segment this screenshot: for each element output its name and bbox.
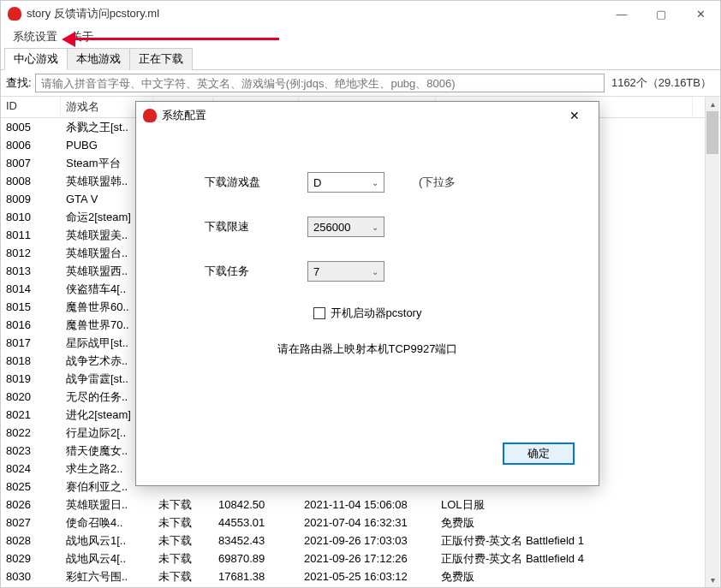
app-icon [8,7,21,21]
tab-bar: 中心游戏 本地游戏 正在下载 [1,47,720,70]
chevron-down-icon: ⌄ [372,178,378,187]
disk-hint: (下拉多 [419,175,456,190]
autostart-checkbox[interactable] [313,307,325,319]
cell-id: 8010 [1,209,61,225]
cell-size: 17681.38 [213,568,299,585]
tasks-value: 7 [313,265,319,278]
cell-id: 8011 [1,227,61,243]
cell-name: 战地风云4[.. [61,549,153,568]
result-count: 1162个（29.16TB） [608,75,715,91]
router-hint: 请在路由器上映射本机TCP9927端口 [188,342,547,357]
cell-stat: 未下载 [153,496,213,514]
disk-label: 下载游戏盘 [188,175,307,190]
cell-id: 8005 [1,119,61,135]
speed-value: 256000 [313,221,350,234]
window-controls: — ▢ ✕ [602,1,720,27]
cell-size: 10842.50 [213,496,299,513]
cell-stat: 未下载 [153,549,213,568]
cell-time: 2021-09-26 17:12:26 [299,550,436,567]
tab-downloading[interactable]: 正在下载 [129,48,193,70]
disk-value: D [313,176,321,189]
cell-id: 8007 [1,155,61,171]
cell-size: 83452.43 [213,532,299,549]
col-id[interactable]: ID [1,97,61,117]
cell-id: 8028 [1,532,61,549]
cell-note: 正版付费-英文名 Battlefield 1 [436,532,693,550]
dialog-icon [143,109,157,122]
maximize-button[interactable]: ▢ [641,1,681,27]
cell-id: 8031 [1,586,61,587]
tab-center-games[interactable]: 中心游戏 [4,48,68,70]
cell-name: 使命召唤4.. [61,514,153,532]
dialog-titlebar: 系统配置 ✕ [136,102,599,129]
cell-size: 17673.06 [213,586,299,587]
ok-button[interactable]: 确定 [503,442,575,465]
cell-id: 8027 [1,514,61,531]
cell-id: 8030 [1,568,61,585]
cell-stat: 未下载 [153,532,213,550]
cell-name: 战地风云1[.. [61,532,153,550]
search-input[interactable] [35,74,605,92]
cell-id: 8023 [1,442,61,459]
cell-time: 2021-05-25 16:03:12 [299,568,436,585]
cell-stat: 未下载 [153,567,213,586]
chevron-down-icon: ⌄ [372,267,378,276]
table-row[interactable]: 8030彩虹六号围..未下载17681.382021-05-25 16:03:1… [1,567,720,585]
cell-id: 8006 [1,137,61,153]
cell-stat: 未下载 [153,514,213,532]
autostart-row[interactable]: 开机启动器pcstory [188,306,547,321]
scroll-up-icon[interactable]: ▴ [706,97,720,111]
cell-time: 2021-07-05 13:54:57 [299,586,436,587]
table-row[interactable]: 8026英雄联盟日..未下载10842.502021-11-04 15:06:0… [1,496,720,514]
cell-id: 8024 [1,460,61,477]
tasks-select[interactable]: 7 ⌄ [307,261,384,282]
cell-id: 8009 [1,191,61,207]
dialog-title: 系统配置 [162,108,557,123]
cell-id: 8012 [1,245,61,261]
row-tasks: 下载任务 7 ⌄ [188,261,547,282]
cell-id: 8013 [1,263,61,279]
cell-note: 免费版 [436,567,693,586]
cell-size: 69870.89 [213,550,299,567]
speed-select[interactable]: 256000 ⌄ [307,217,384,237]
tab-local-games[interactable]: 本地游戏 [67,48,130,70]
speed-label: 下载限速 [188,219,307,235]
vertical-scrollbar[interactable]: ▴ ▾ [705,97,719,587]
cell-id: 8014 [1,281,61,297]
menu-about[interactable]: 关于 [64,27,100,46]
scroll-thumb[interactable] [706,111,718,154]
cell-time: 2021-07-04 16:32:31 [299,514,436,531]
table-row[interactable]: 8029战地风云4[..未下载69870.892021-09-26 17:12:… [1,549,720,567]
disk-select[interactable]: D ⌄ [307,172,384,193]
cell-id: 8026 [1,496,61,513]
dialog-body: 下载游戏盘 D ⌄ (下拉多 下载限速 256000 ⌄ 下载任务 7 ⌄ 开机… [136,129,599,485]
chevron-down-icon: ⌄ [372,223,378,232]
close-button[interactable]: ✕ [681,1,720,27]
window-title: story 反馈请访问pcstory.ml [27,6,602,21]
cell-name: 英雄联盟日.. [61,496,153,514]
search-label: 查找: [6,75,32,91]
menubar: 系统设置 关于 [1,27,720,47]
cell-id: 8021 [1,407,61,423]
table-row[interactable]: 8031看门狗[免..未下载17673.062021-07-05 13:54:5… [1,585,720,587]
minimize-button[interactable]: — [602,1,641,27]
cell-id: 8018 [1,353,61,369]
cell-id: 8008 [1,173,61,189]
cell-time: 2021-11-04 15:06:08 [299,496,436,513]
table-row[interactable]: 8028战地风云1[..未下载83452.432021-09-26 17:03:… [1,532,720,549]
cell-name: 彩虹六号围.. [61,567,153,586]
menu-settings[interactable]: 系统设置 [6,27,64,46]
cell-id: 8015 [1,299,61,315]
cell-note: LOL日服 [436,496,693,514]
cell-note: 正版付费-英文名 Battlefield 4 [436,549,693,568]
cell-id: 8019 [1,371,61,387]
table-row[interactable]: 8027使命召唤4..未下载44553.012021-07-04 16:32:3… [1,514,720,532]
scroll-down-icon[interactable]: ▾ [706,573,720,587]
tasks-label: 下载任务 [188,264,307,279]
cell-stat: 未下载 [153,585,213,588]
cell-size: 44553.01 [213,514,299,531]
cell-note: 免费版 [436,585,693,588]
dialog-close-button[interactable]: ✕ [557,102,592,129]
settings-dialog: 系统配置 ✕ 下载游戏盘 D ⌄ (下拉多 下载限速 256000 ⌄ 下载任务… [135,101,599,486]
cell-id: 8025 [1,478,61,495]
